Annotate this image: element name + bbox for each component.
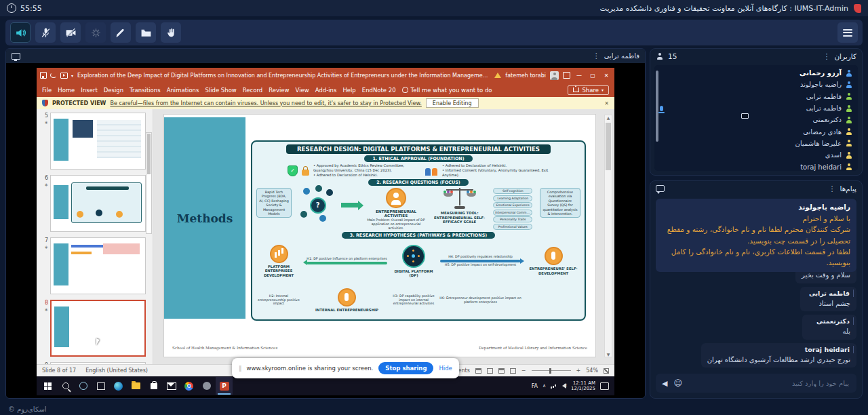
user-row[interactable]: علیرضا هاشمیان (660, 138, 852, 149)
ribbon-tab[interactable]: EndNote 20 (362, 87, 396, 94)
users-options-kebab-icon[interactable]: ⋮ (823, 53, 830, 60)
entrepreneur-icon (386, 188, 406, 208)
user-row[interactable]: هادی رمضانی (660, 125, 852, 137)
user-row[interactable]: فاطمه ترابی (660, 91, 852, 102)
close-button[interactable]: ✕ (601, 73, 611, 79)
store-app[interactable] (145, 377, 162, 395)
mail-app[interactable] (163, 377, 180, 395)
ribbon-tab[interactable]: File (42, 87, 52, 94)
users-scrollbar[interactable] (656, 71, 658, 142)
users-panel: 15 ⋮ کاربران آرزو رحمانی راضیه باجولوند (650, 48, 863, 176)
screen-options-kebab-icon[interactable]: ⋮ (593, 52, 600, 60)
zoom-out-icon[interactable]: − (521, 368, 526, 374)
animation-star-icon: ∗ (44, 120, 48, 125)
share-button[interactable]: Share ▾ (568, 85, 609, 95)
slide-sorter-icon[interactable] (487, 368, 493, 374)
ribbon-tab[interactable]: Slide Show (205, 87, 236, 94)
microphone-button[interactable] (35, 22, 56, 43)
taskbar-clock[interactable]: 12:11 AM 12/1/2025 (571, 380, 595, 392)
user-icon (846, 105, 852, 112)
network-icon[interactable] (551, 383, 557, 389)
scale-tag: Personality Traits (493, 216, 532, 222)
ribbon-tab[interactable]: Add-ins (315, 87, 337, 94)
slide-thumbnail[interactable]: 5 ∗ (38, 113, 146, 170)
fit-slide-icon[interactable] (604, 368, 609, 374)
zoom-level[interactable]: 54% (586, 368, 598, 374)
ribbon-tab[interactable]: Record (243, 87, 262, 94)
ribbon-tab[interactable]: Insert (81, 87, 97, 94)
enable-editing-button[interactable]: Enable Editing (426, 98, 479, 108)
slideshow-view-icon[interactable] (510, 368, 516, 374)
send-icon[interactable]: ◀ (662, 379, 667, 388)
ribbon-tab[interactable]: Animations (167, 87, 199, 94)
action-center-icon[interactable] (600, 382, 609, 390)
emoji-icon[interactable]: ☺ (673, 378, 682, 388)
start-slideshow-icon[interactable] (60, 73, 68, 79)
chat-options-kebab-icon[interactable]: ⋮ (828, 185, 835, 193)
raise-hand-button[interactable] (161, 22, 181, 43)
user-row[interactable]: راضیه باجولوند (660, 79, 852, 90)
slide-thumbnail[interactable]: 7 ∗ (38, 237, 146, 294)
research-design-infographic: RESEARCH DESIGN: DIGITAL PLATFORMS & ENT… (251, 140, 586, 321)
cortana-button[interactable] (75, 377, 92, 395)
drag-handle[interactable]: ‖ (239, 365, 241, 372)
ribbon-tab[interactable]: Transitions (130, 87, 161, 94)
toolbar-menu-button[interactable] (837, 22, 858, 43)
stop-sharing-button[interactable]: Stop sharing (378, 362, 433, 374)
minimize-button[interactable]: — (574, 73, 584, 79)
normal-view-icon[interactable] (475, 368, 481, 374)
ribbon-tab[interactable]: Review (269, 87, 289, 94)
slide-editor: Methods RESEARCH DESIGN: DIGITAL PLATFOR… (153, 109, 614, 364)
edge-app[interactable] (110, 377, 127, 395)
settings-button[interactable] (85, 22, 106, 43)
hidden-icons-chevron[interactable]: ∧ (542, 383, 546, 389)
qat-dropdown-icon[interactable]: ▾ (71, 73, 73, 78)
whiteboard-button[interactable] (111, 22, 131, 43)
slide-thumbnail[interactable]: 8 ∗ (38, 300, 146, 357)
gray-app[interactable] (198, 377, 215, 395)
tell-me-box[interactable]: Tell me what you want to do (402, 87, 492, 94)
pinned-announcement: راضیه باجولوند با سلام و احترام شرکت کنن… (656, 199, 856, 272)
slide-thumbnail[interactable]: 6 ∗ (38, 175, 146, 232)
slide-number: 6 (45, 175, 48, 181)
search-button[interactable] (57, 377, 74, 395)
user-row[interactable]: فاطمه ترابی (660, 102, 852, 114)
restore-button[interactable]: ▢ (588, 73, 597, 79)
reading-view-icon[interactable] (498, 368, 505, 374)
hide-link[interactable]: Hide (439, 365, 452, 372)
ribbon-options-icon[interactable] (563, 72, 570, 79)
chrome-app[interactable] (180, 377, 197, 395)
screen-share-notification: ‖ www.skyroom.online is sharing your scr… (232, 358, 459, 378)
user-row[interactable]: toraj heidari (660, 161, 852, 171)
volume-muted-icon[interactable] (562, 383, 566, 389)
undo-icon[interactable] (50, 73, 57, 78)
dismiss-bar-icon[interactable]: ✕ (604, 100, 609, 106)
thumbnail-preview (50, 300, 146, 357)
vertical-scrollbar[interactable]: ▲▼ (604, 115, 612, 357)
zoom-slider[interactable] (532, 370, 571, 371)
zoom-in-icon[interactable]: + (576, 368, 581, 374)
user-row[interactable]: اسدی (660, 149, 852, 161)
file-share-button[interactable] (136, 22, 156, 43)
start-button[interactable] (39, 377, 56, 395)
speaker-button[interactable] (10, 22, 31, 43)
powerpoint-app[interactable]: P (216, 377, 233, 395)
thumbnail-scrollbar[interactable] (146, 132, 152, 234)
account-avatar[interactable] (550, 71, 559, 80)
slide-thumbnail[interactable]: 9 ∗ (38, 362, 146, 364)
ribbon-tab[interactable]: Home (58, 87, 75, 94)
user-row[interactable]: آرزو رحمانی (660, 67, 852, 79)
task-view-button[interactable] (92, 377, 109, 395)
ribbon-tab[interactable]: Help (342, 87, 355, 94)
section1-title: 1. ETHICAL APPROVAL (FOUNDATION) (364, 155, 472, 162)
camera-button[interactable] (60, 22, 81, 43)
save-icon[interactable] (40, 72, 47, 79)
file-explorer-app[interactable] (127, 377, 144, 395)
user-row[interactable]: دکترنعمتی (660, 114, 852, 125)
language-indicator[interactable]: English (United States) (85, 368, 148, 374)
language-switcher[interactable]: FA (532, 383, 538, 389)
ribbon-tab[interactable]: View (296, 87, 309, 94)
chat-input[interactable] (688, 379, 850, 388)
office-account-name[interactable]: fatemeh torabi (505, 73, 546, 79)
ribbon-tab[interactable]: Design (104, 87, 123, 94)
